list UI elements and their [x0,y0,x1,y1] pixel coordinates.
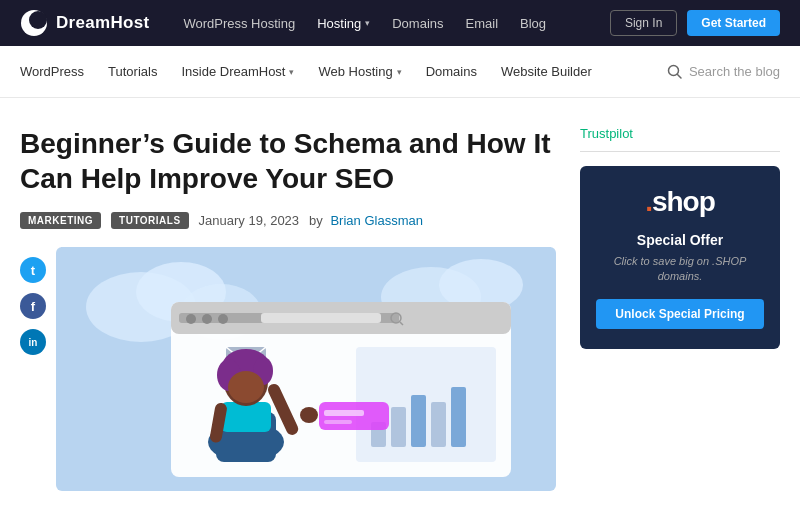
svg-rect-37 [324,410,364,416]
top-nav-right: Sign In Get Started [610,10,780,36]
unlock-pricing-button[interactable]: Unlock Special Pricing [596,299,764,329]
shop-offer-subtitle: Click to save big on .SHOP domains. [596,254,764,285]
svg-point-33 [228,371,264,403]
nav-domains[interactable]: Domains [392,16,443,31]
main-container: Beginner’s Guide to Schema and How It Ca… [0,98,800,511]
right-sidebar: Trustpilot .shop Special Offer Click to … [580,126,780,491]
search-area[interactable]: Search the blog [667,64,780,80]
social-sidebar: t f in [20,247,46,491]
svg-rect-23 [411,395,426,447]
svg-point-35 [300,407,318,423]
inside-dreamhost-chevron-icon: ▾ [289,67,294,77]
sec-nav-web-hosting[interactable]: Web Hosting ▾ [318,64,401,79]
sec-nav-domains[interactable]: Domains [426,64,477,79]
twitter-share-button[interactable]: t [20,257,46,283]
svg-rect-16 [261,313,381,323]
article: Beginner’s Guide to Schema and How It Ca… [20,126,556,491]
svg-point-1 [29,11,47,29]
linkedin-share-button[interactable]: in [20,329,46,355]
svg-rect-38 [324,420,352,424]
sec-nav-website-builder[interactable]: Website Builder [501,64,592,79]
svg-point-15 [218,314,228,324]
dreamhost-logo-icon [20,9,48,37]
article-meta: MARKETING TUTORIALS January 19, 2023 by … [20,212,556,229]
search-placeholder: Search the blog [689,64,780,79]
shop-domain-text: .shop [596,186,764,218]
hosting-chevron-icon: ▾ [365,18,370,28]
sidebar-divider [580,151,780,152]
shop-dot: . [645,186,652,217]
trustpilot-link[interactable]: Trustpilot [580,126,780,141]
svg-rect-24 [431,402,446,447]
get-started-button[interactable]: Get Started [687,10,780,36]
author-link[interactable]: Brian Glassman [330,213,422,228]
tag-marketing: MARKETING [20,212,101,229]
search-icon [667,64,683,80]
nav-hosting[interactable]: Hosting ▾ [317,16,370,31]
article-author: by Brian Glassman [309,213,423,228]
shop-offer-title: Special Offer [596,232,764,248]
sec-nav-wordpress[interactable]: WordPress [20,64,84,79]
tag-tutorials: TUTORIALS [111,212,189,229]
svg-point-14 [202,314,212,324]
shop-ad: .shop Special Offer Click to save big on… [580,166,780,349]
sec-nav-tutorials[interactable]: Tutorials [108,64,157,79]
logo-text: DreamHost [56,13,149,33]
secondary-navigation: WordPress Tutorials Inside DreamHost ▾ W… [0,46,800,98]
web-hosting-chevron-icon: ▾ [397,67,402,77]
article-title: Beginner’s Guide to Schema and How It Ca… [20,126,556,196]
signin-button[interactable]: Sign In [610,10,677,36]
nav-blog[interactable]: Blog [520,16,546,31]
sec-nav-inside-dreamhost[interactable]: Inside DreamHost ▾ [181,64,294,79]
svg-rect-28 [221,402,271,432]
top-navigation: DreamHost WordPress Hosting Hosting ▾ Do… [0,0,800,46]
logo[interactable]: DreamHost [20,9,149,37]
facebook-share-button[interactable]: f [20,293,46,319]
svg-rect-25 [451,387,466,447]
nav-email[interactable]: Email [466,16,499,31]
nav-wordpress-hosting[interactable]: WordPress Hosting [183,16,295,31]
article-image-wrapper: t f in [20,247,556,491]
svg-line-3 [677,74,681,78]
top-nav-links: WordPress Hosting Hosting ▾ Domains Emai… [183,16,586,31]
svg-rect-22 [391,407,406,447]
hero-illustration [56,247,556,487]
article-date: January 19, 2023 [199,213,299,228]
svg-point-13 [186,314,196,324]
article-hero-image [56,247,556,491]
